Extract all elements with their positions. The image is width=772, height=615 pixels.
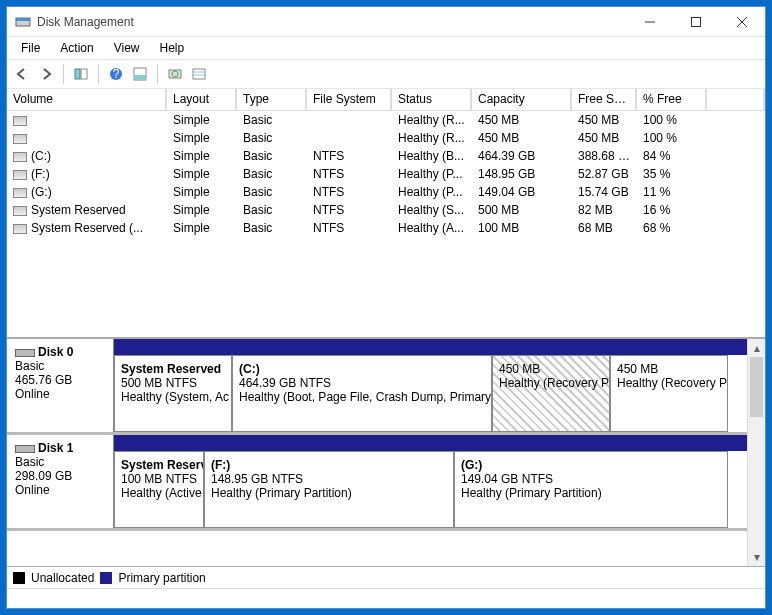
disk-name: Disk 0: [38, 345, 73, 359]
partition-size: 148.95 GB NTFS: [211, 472, 447, 486]
svg-rect-3: [692, 17, 701, 26]
refresh-icon[interactable]: [164, 63, 186, 85]
minimize-button[interactable]: [627, 7, 673, 37]
col-filesystem[interactable]: File System: [307, 89, 392, 110]
menu-view[interactable]: View: [104, 39, 150, 57]
svg-text:?: ?: [113, 67, 120, 81]
scroll-thumb[interactable]: [750, 357, 763, 417]
volume-row[interactable]: System Reserved (...SimpleBasicNTFSHealt…: [7, 219, 765, 237]
forward-button[interactable]: [35, 63, 57, 85]
cell-free: 450 MB: [572, 113, 637, 127]
cell-capacity: 500 MB: [472, 203, 572, 217]
col-layout[interactable]: Layout: [167, 89, 237, 110]
cell-capacity: 450 MB: [472, 131, 572, 145]
volume-row[interactable]: (G:)SimpleBasicNTFSHealthy (P...149.04 G…: [7, 183, 765, 201]
partition-size: 149.04 GB NTFS: [461, 472, 721, 486]
disk-icon: [15, 445, 35, 453]
disk-row[interactable]: Disk 1Basic298.09 GBOnlineSystem Reserve…: [7, 435, 747, 531]
disk-row[interactable]: Disk 0Basic465.76 GBOnlineSystem Reserve…: [7, 339, 747, 435]
cell-layout: Simple: [167, 149, 237, 163]
svg-rect-11: [134, 75, 146, 80]
partition[interactable]: 450 MBHealthy (Recovery P: [610, 355, 728, 432]
cell-free: 388.68 GB: [572, 149, 637, 163]
col-type[interactable]: Type: [237, 89, 307, 110]
partition-status: Healthy (Boot, Page File, Crash Dump, Pr…: [239, 390, 485, 404]
disk-state: Online: [15, 483, 105, 497]
col-volume[interactable]: Volume: [7, 89, 167, 110]
menu-action[interactable]: Action: [50, 39, 103, 57]
col-capacity[interactable]: Capacity: [472, 89, 572, 110]
partition[interactable]: (F:)148.95 GB NTFSHealthy (Primary Parti…: [204, 451, 454, 528]
scroll-up-icon[interactable]: ▴: [748, 339, 765, 357]
settings-bottom-icon[interactable]: [129, 63, 151, 85]
volume-list[interactable]: SimpleBasicHealthy (R...450 MB450 MB100 …: [7, 111, 765, 339]
partition-name: (G:): [461, 458, 721, 472]
drive-icon: [13, 116, 27, 126]
show-hide-tree-icon[interactable]: [70, 63, 92, 85]
cell-layout: Simple: [167, 185, 237, 199]
cell-type: Basic: [237, 185, 307, 199]
graphical-view: Disk 0Basic465.76 GBOnlineSystem Reserve…: [7, 339, 765, 566]
menu-file[interactable]: File: [11, 39, 50, 57]
cell-free: 82 MB: [572, 203, 637, 217]
disk-type: Basic: [15, 455, 105, 469]
cell-free: 450 MB: [572, 131, 637, 145]
disk-icon: [15, 349, 35, 357]
legend-primary: Primary partition: [118, 571, 205, 585]
partition-status: Healthy (Primary Partition): [461, 486, 721, 500]
volume-name: (F:): [31, 167, 50, 181]
cell-type: Basic: [237, 113, 307, 127]
window-title: Disk Management: [37, 15, 627, 29]
partition-status: Healthy (System, Ac: [121, 390, 225, 404]
volume-row[interactable]: SimpleBasicHealthy (R...450 MB450 MB100 …: [7, 129, 765, 147]
volume-name: System Reserved (...: [31, 221, 143, 235]
maximize-button[interactable]: [673, 7, 719, 37]
vertical-scrollbar[interactable]: ▴ ▾: [747, 339, 765, 566]
volume-list-header: Volume Layout Type File System Status Ca…: [7, 89, 765, 111]
partition-size: 500 MB NTFS: [121, 376, 225, 390]
help-icon[interactable]: ?: [105, 63, 127, 85]
cell-pctfree: 68 %: [637, 221, 707, 235]
back-button[interactable]: [11, 63, 33, 85]
list-icon[interactable]: [188, 63, 210, 85]
partition-name: System Reserve: [121, 458, 197, 472]
titlebar[interactable]: Disk Management: [7, 7, 765, 37]
cell-capacity: 100 MB: [472, 221, 572, 235]
cell-type: Basic: [237, 131, 307, 145]
close-button[interactable]: [719, 7, 765, 37]
legend-unallocated: Unallocated: [31, 571, 94, 585]
col-pctfree[interactable]: % Free: [637, 89, 707, 110]
volume-row[interactable]: System ReservedSimpleBasicNTFSHealthy (S…: [7, 201, 765, 219]
disk-info: Disk 0Basic465.76 GBOnline: [7, 339, 114, 432]
partition[interactable]: (G:)149.04 GB NTFSHealthy (Primary Parti…: [454, 451, 728, 528]
cell-fs: NTFS: [307, 221, 392, 235]
drive-icon: [13, 224, 27, 234]
col-status[interactable]: Status: [392, 89, 472, 110]
disk-state: Online: [15, 387, 105, 401]
disk-name: Disk 1: [38, 441, 73, 455]
cell-pctfree: 35 %: [637, 167, 707, 181]
cell-free: 68 MB: [572, 221, 637, 235]
disk-partitions: System Reserved500 MB NTFSHealthy (Syste…: [114, 339, 747, 432]
disk-layout-body[interactable]: Disk 0Basic465.76 GBOnlineSystem Reserve…: [7, 339, 747, 566]
drive-icon: [13, 188, 27, 198]
scroll-down-icon[interactable]: ▾: [748, 548, 765, 566]
cell-fs: NTFS: [307, 149, 392, 163]
partition-status: Healthy (Recovery P: [499, 376, 603, 390]
menu-help[interactable]: Help: [150, 39, 195, 57]
cell-free: 15.74 GB: [572, 185, 637, 199]
col-free[interactable]: Free Spa...: [572, 89, 637, 110]
partition[interactable]: 450 MBHealthy (Recovery P: [492, 355, 610, 432]
cell-status: Healthy (P...: [392, 185, 472, 199]
menubar: File Action View Help: [7, 37, 765, 59]
partition[interactable]: System Reserved500 MB NTFSHealthy (Syste…: [114, 355, 232, 432]
svg-rect-1: [16, 18, 30, 21]
partition[interactable]: (C:)464.39 GB NTFSHealthy (Boot, Page Fi…: [232, 355, 492, 432]
drive-icon: [13, 170, 27, 180]
volume-row[interactable]: (C:)SimpleBasicNTFSHealthy (B...464.39 G…: [7, 147, 765, 165]
partition-size: 100 MB NTFS: [121, 472, 197, 486]
partition[interactable]: System Reserve100 MB NTFSHealthy (Active: [114, 451, 204, 528]
cell-fs: NTFS: [307, 203, 392, 217]
volume-row[interactable]: (F:)SimpleBasicNTFSHealthy (P...148.95 G…: [7, 165, 765, 183]
volume-row[interactable]: SimpleBasicHealthy (R...450 MB450 MB100 …: [7, 111, 765, 129]
